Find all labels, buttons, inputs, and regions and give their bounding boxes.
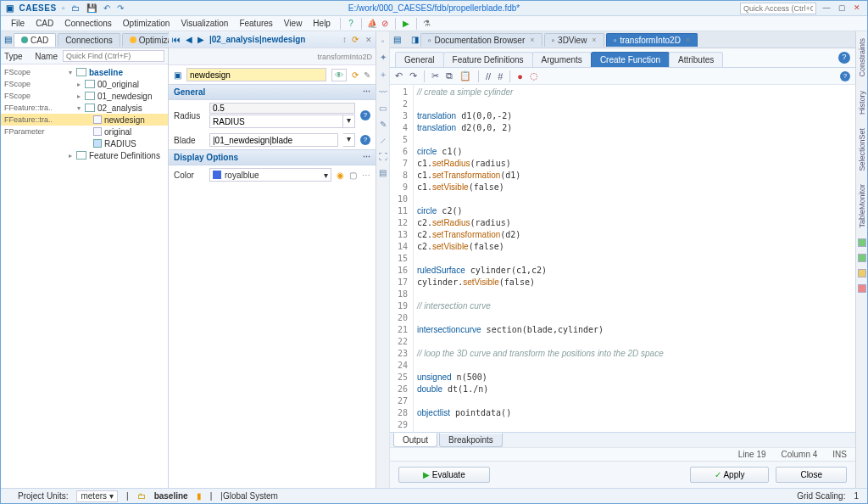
baseline-label[interactable]: baseline: [154, 491, 188, 501]
section-display[interactable]: Display Options⋯: [169, 149, 376, 165]
color-dropdown[interactable]: royalblue ▾: [209, 168, 331, 182]
section-general[interactable]: General⋯: [169, 84, 376, 100]
tool1-icon[interactable]: ▫: [381, 36, 385, 46]
paste-icon[interactable]: 📋: [459, 70, 471, 81]
save-icon[interactable]: 💾: [86, 3, 97, 13]
help-subtab-icon[interactable]: ?: [838, 52, 850, 64]
tree-row[interactable]: FFeature::tra...newdesign: [1, 114, 168, 126]
doc-folder-icon[interactable]: ▤: [393, 35, 401, 44]
menu-cad[interactable]: CAD: [31, 17, 58, 30]
menu-help[interactable]: Help: [308, 17, 336, 30]
tree-row[interactable]: FScope▾baseline: [1, 66, 168, 78]
rtab-tablemonitor[interactable]: TableMonitor: [858, 181, 866, 232]
tab-output[interactable]: Output: [393, 433, 437, 447]
close-tab-icon[interactable]: ×: [530, 36, 534, 44]
nav-first-icon[interactable]: ⏮: [172, 35, 181, 44]
tool7-icon[interactable]: ⟋: [379, 136, 387, 145]
undo-icon[interactable]: ↶: [103, 3, 110, 13]
doc-tab[interactable]: ▫transformInto2D×: [606, 33, 698, 47]
sub-tab[interactable]: Arguments: [532, 52, 592, 67]
dropdown-icon[interactable]: ▾: [343, 133, 355, 147]
comment-icon[interactable]: //: [486, 71, 491, 81]
tab-connections[interactable]: Connections: [58, 33, 120, 47]
close-tab-icon[interactable]: ×: [686, 36, 690, 44]
play-icon[interactable]: ▶: [400, 18, 412, 30]
undo-icon[interactable]: ↶: [395, 70, 403, 81]
hash-icon[interactable]: #: [498, 71, 503, 81]
blade-input[interactable]: [209, 133, 338, 147]
tree-row[interactable]: RADIUS: [1, 137, 168, 149]
menu-optimization[interactable]: Optimization: [118, 17, 175, 30]
doc-tab[interactable]: ▫Documentation Browser×: [420, 33, 542, 47]
sub-tab[interactable]: General: [395, 52, 444, 67]
flask-icon[interactable]: ⚗: [421, 18, 433, 30]
code-editor[interactable]: 1234567891011121314151617181920212223242…: [390, 85, 855, 432]
tool3-icon[interactable]: ＋: [379, 69, 387, 81]
eye-icon[interactable]: 👁: [331, 69, 347, 81]
evaluate-button[interactable]: ▶ Evaluate: [398, 467, 490, 483]
tab-breakpoints[interactable]: Breakpoints: [439, 433, 503, 447]
rtab-history[interactable]: History: [858, 87, 866, 118]
menu-view[interactable]: View: [279, 17, 308, 30]
refresh-small-icon[interactable]: ⟳: [352, 70, 359, 80]
tree-row[interactable]: FFeature::tra...▾02_analysis: [1, 102, 168, 114]
boat-icon[interactable]: ⛵: [366, 18, 378, 30]
sub-tab[interactable]: Feature Definitions: [443, 52, 533, 67]
apply-button[interactable]: ✓ Apply: [690, 467, 769, 483]
help-toolbar-icon[interactable]: ?: [840, 71, 850, 81]
redo-icon[interactable]: ↷: [409, 70, 417, 81]
help-radius-icon[interactable]: ?: [360, 110, 370, 120]
tool8-icon[interactable]: ⛶: [379, 152, 387, 161]
dropdown-icon[interactable]: ▾: [343, 115, 355, 128]
minimize-icon[interactable]: —: [821, 3, 832, 14]
menu-connections[interactable]: Connections: [59, 17, 117, 30]
sub-tab[interactable]: Create Function: [591, 52, 670, 67]
tree-row[interactable]: ▸Feature Definitions: [1, 149, 168, 161]
panel-menu-icon[interactable]: ▤: [4, 34, 12, 46]
tool5-icon[interactable]: ▭: [379, 104, 387, 113]
doc-tab[interactable]: ▫3DView×: [544, 33, 604, 47]
quick-access-input[interactable]: [740, 3, 816, 14]
tool9-icon[interactable]: ▤: [379, 168, 387, 177]
maximize-icon[interactable]: ▢: [837, 3, 847, 14]
help-blade-icon[interactable]: ?: [360, 135, 370, 145]
object-tree[interactable]: FScope▾baselineFScope▸00_originalFScope▸…: [1, 64, 168, 488]
close-tab-icon[interactable]: ×: [592, 36, 596, 44]
rtab-selectionset[interactable]: SelectionSet: [858, 125, 866, 175]
menu-features[interactable]: Features: [234, 17, 277, 30]
edit-icon[interactable]: ✎: [364, 70, 370, 80]
tree-row[interactable]: FScope▸00_original: [1, 78, 168, 90]
cut-icon[interactable]: ✂: [431, 70, 439, 81]
close-icon[interactable]: ✕: [852, 3, 862, 14]
coord-system[interactable]: |Global System: [220, 491, 278, 501]
breakpoint-icon[interactable]: ●: [517, 71, 523, 81]
more-color-icon[interactable]: ⋯: [362, 171, 370, 180]
quick-find-input[interactable]: [63, 50, 164, 62]
close-panel-icon[interactable]: ✕: [365, 36, 372, 44]
menu-file[interactable]: File: [6, 17, 30, 30]
tab-cad[interactable]: CAD: [14, 33, 56, 47]
tool6-icon[interactable]: ✎: [380, 120, 387, 129]
reload-icon[interactable]: ⟳: [352, 35, 359, 44]
new-icon[interactable]: ▫: [62, 3, 65, 13]
close-button[interactable]: Close: [776, 467, 847, 483]
units-dropdown[interactable]: meters ▾: [76, 490, 118, 502]
object-name-input[interactable]: [186, 68, 326, 81]
tree-row[interactable]: FScope▸01_newdesign: [1, 90, 168, 102]
radius-input[interactable]: [209, 115, 343, 128]
nav-fwd-icon[interactable]: ▶: [198, 35, 204, 44]
expand-icon[interactable]: ↕: [342, 35, 347, 44]
menu-visualization[interactable]: Visualization: [175, 17, 233, 30]
tree-row[interactable]: FParameteroriginal: [1, 126, 168, 137]
stop-icon[interactable]: ⊘: [379, 18, 391, 30]
panel-split-icon[interactable]: ◨: [411, 35, 419, 44]
open-icon[interactable]: 🗀: [71, 3, 80, 13]
color-pick-icon[interactable]: ◉: [337, 171, 344, 180]
copy-icon[interactable]: ⧉: [446, 70, 453, 81]
help-icon[interactable]: ?: [345, 18, 357, 30]
clear-color-icon[interactable]: ▢: [349, 171, 357, 180]
redo-icon[interactable]: ↷: [117, 3, 124, 13]
sub-tab[interactable]: Attributes: [669, 52, 723, 67]
rtab-constraints[interactable]: Constraints: [858, 35, 866, 81]
tool4-icon[interactable]: 〰: [379, 87, 387, 97]
